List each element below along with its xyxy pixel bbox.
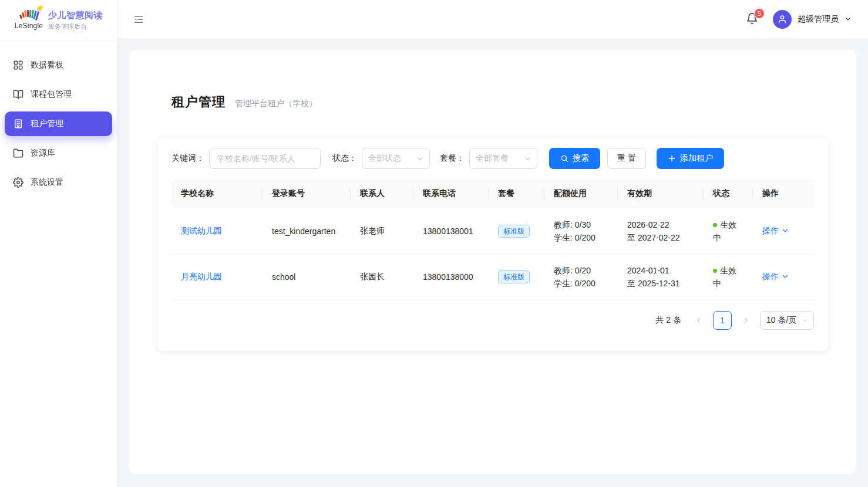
keyword-input[interactable] <box>209 148 321 169</box>
status-select-value: 全部状态 <box>368 153 401 164</box>
logo-word: LeSingle <box>15 22 43 30</box>
school-link[interactable]: 测试幼儿园 <box>181 226 222 235</box>
chevron-down-icon <box>417 155 423 162</box>
reset-button[interactable]: 重 置 <box>607 148 646 169</box>
folder-icon <box>13 148 23 158</box>
plan-badge: 标准版 <box>498 225 530 238</box>
sidebar-item-tenants[interactable]: 租户管理 <box>5 111 112 136</box>
quota-cell: 教师: 0/30 学生: 0/200 <box>544 208 618 254</box>
validity-cell: 2024-01-01 至 2025-12-31 <box>618 254 704 300</box>
contact-cell: 张老师 <box>351 208 413 254</box>
phone-cell: 13800138001 <box>413 208 489 254</box>
col-quota: 配额使用 <box>544 179 618 208</box>
username-label: 超级管理员 <box>798 14 839 25</box>
status-label: 状态： <box>332 153 357 164</box>
user-icon <box>778 15 787 24</box>
chevron-down-icon <box>845 15 852 24</box>
page-number-1[interactable]: 1 <box>713 311 732 330</box>
table-row: 测试幼儿园 test_kindergarten 张老师 13800138001 … <box>171 208 814 254</box>
main-content: 租户管理 管理平台租户（学校） 关键词： 状态： 全部状态 套餐： 全部套餐 <box>117 38 868 487</box>
col-school: 学校名称 <box>171 179 263 208</box>
school-link[interactable]: 月亮幼儿园 <box>181 272 222 281</box>
page-title: 租户管理 <box>171 93 226 111</box>
status-cell: 生效中 <box>704 254 753 300</box>
lesingle-logo-icon: LeSingle <box>15 11 42 30</box>
col-actions: 操作 <box>753 179 814 208</box>
notification-count-badge: 5 <box>754 8 765 19</box>
pagination: 共 2 条 1 10 条/页 <box>157 300 828 351</box>
tenant-panel: 关键词： 状态： 全部状态 套餐： 全部套餐 搜索 <box>157 138 828 351</box>
sidebar-item-label: 系统设置 <box>31 177 63 188</box>
pagination-total: 共 2 条 <box>655 315 681 326</box>
col-status: 状态 <box>704 179 753 208</box>
building-icon <box>13 119 23 129</box>
sidebar-item-label: 数据看板 <box>31 60 63 70</box>
top-header: 5 超级管理员 <box>117 0 868 38</box>
plan-select-value: 全部套餐 <box>476 153 509 164</box>
brand-subtitle: 服务管理后台 <box>48 22 103 31</box>
brand-area: LeSingle 少儿智慧阅读 服务管理后台 <box>0 0 117 41</box>
menu-fold-icon <box>133 14 144 25</box>
tenant-table: 学校名称 登录账号 联系人 联系电话 套餐 配额使用 有效期 状态 操作 测试幼… <box>171 179 814 300</box>
prev-page-button[interactable] <box>691 311 707 330</box>
chevron-down-icon <box>802 317 808 323</box>
sidebar-item-resources[interactable]: 资源库 <box>5 141 112 165</box>
quota-cell: 教师: 0/20 学生: 0/200 <box>544 254 618 300</box>
dashboard-grid-icon <box>13 60 23 70</box>
status-dot-icon <box>713 269 717 273</box>
filter-bar: 关键词： 状态： 全部状态 套餐： 全部套餐 搜索 <box>157 138 828 179</box>
plan-label: 套餐： <box>440 153 465 164</box>
brand-title: 少儿智慧阅读 <box>48 10 103 21</box>
sidebar-item-label: 课程包管理 <box>31 89 72 100</box>
keyword-label: 关键词： <box>171 153 204 164</box>
table-header-row: 学校名称 登录账号 联系人 联系电话 套餐 配额使用 有效期 状态 操作 <box>171 179 814 208</box>
sidebar-collapse-button[interactable] <box>132 12 146 26</box>
validity-cell: 2026-02-22 至 2027-02-22 <box>618 208 704 254</box>
status-cell: 生效中 <box>704 208 753 254</box>
col-account: 登录账号 <box>263 179 351 208</box>
actions-cell: 操作 <box>753 208 814 254</box>
chevron-left-icon <box>695 317 702 324</box>
status-dot-icon <box>713 223 717 227</box>
notifications-button[interactable]: 5 <box>746 12 760 26</box>
plan-badge: 标准版 <box>498 270 530 283</box>
chevron-down-icon <box>782 273 789 280</box>
row-actions-dropdown[interactable]: 操作 <box>762 226 789 235</box>
chevron-right-icon <box>742 317 749 324</box>
chevron-down-icon <box>524 155 531 162</box>
sidebar-item-settings[interactable]: 系统设置 <box>5 170 112 195</box>
page-subtitle: 管理平台租户（学校） <box>235 99 317 109</box>
add-tenant-button[interactable]: 添加租户 <box>657 148 724 169</box>
sidebar-item-dashboard[interactable]: 数据看板 <box>5 53 112 77</box>
gear-icon <box>13 177 23 188</box>
sidebar-item-label: 资源库 <box>31 148 55 158</box>
phone-cell: 13800138000 <box>413 254 489 300</box>
book-icon <box>13 89 23 100</box>
col-plan: 套餐 <box>489 179 544 208</box>
sidebar-item-label: 租户管理 <box>31 119 63 129</box>
plan-select[interactable]: 全部套餐 <box>469 148 537 169</box>
contact-cell: 张园长 <box>351 254 413 300</box>
page-size-select[interactable]: 10 条/页 <box>760 311 814 330</box>
table-row: 月亮幼儿园 school 张园长 13800138000 标准版 教师: 0/2… <box>171 254 814 300</box>
user-menu[interactable]: 超级管理员 <box>773 10 852 29</box>
search-icon <box>560 154 568 163</box>
page-size-value: 10 条/页 <box>766 315 796 326</box>
col-contact: 联系人 <box>351 179 413 208</box>
status-select[interactable]: 全部状态 <box>362 148 430 169</box>
sidebar: LeSingle 少儿智慧阅读 服务管理后台 数据看板 课程包管理 租户管理 资… <box>0 0 117 487</box>
col-validity: 有效期 <box>618 179 704 208</box>
col-phone: 联系电话 <box>413 179 489 208</box>
row-actions-dropdown[interactable]: 操作 <box>762 272 789 281</box>
next-page-button[interactable] <box>738 311 754 330</box>
sidebar-menu: 数据看板 课程包管理 租户管理 资源库 系统设置 <box>0 41 117 195</box>
account-cell: school <box>263 254 351 300</box>
plus-icon <box>668 154 676 163</box>
search-button[interactable]: 搜索 <box>549 148 600 169</box>
chevron-down-icon <box>782 227 789 234</box>
account-cell: test_kindergarten <box>263 208 351 254</box>
page-card: 租户管理 管理平台租户（学校） 关键词： 状态： 全部状态 套餐： 全部套餐 <box>129 50 856 474</box>
avatar <box>773 10 792 29</box>
actions-cell: 操作 <box>753 254 814 300</box>
sidebar-item-course-packages[interactable]: 课程包管理 <box>5 82 112 107</box>
